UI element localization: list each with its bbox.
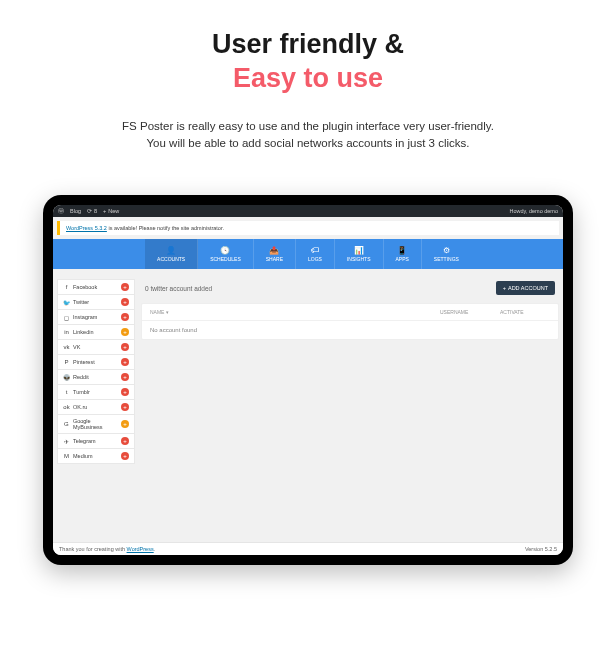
schedules-icon: 🕓: [220, 247, 230, 255]
share-icon: 📤: [269, 247, 279, 255]
wp-admin-bar[interactable]: ⓦ Blog ⟳ 8 + New Howdy, demo demo: [53, 205, 563, 217]
google-icon: G: [63, 421, 70, 428]
tablet-frame: ⓦ Blog ⟳ 8 + New Howdy, demo demo WordPr…: [43, 195, 573, 565]
nav-insights[interactable]: 📊 INSIGHTS: [335, 239, 384, 269]
sidebar-label: Tumblr: [73, 389, 90, 395]
sidebar-label: Linkedin: [73, 329, 94, 335]
add-icon[interactable]: +: [121, 373, 129, 381]
add-icon[interactable]: +: [121, 452, 129, 460]
nav-share[interactable]: 📤 SHARE: [254, 239, 296, 269]
th-username[interactable]: USERNAME: [440, 309, 500, 315]
add-icon[interactable]: +: [121, 403, 129, 411]
nav-label: LOGS: [308, 256, 322, 262]
sidebar-label: Twitter: [73, 299, 89, 305]
vk-icon: vk: [63, 344, 70, 351]
footer-version: Version 5.2.5: [525, 546, 557, 552]
sidebar-item-telegram[interactable]: ✈Telegram +: [57, 433, 135, 449]
sidebar-item-twitter[interactable]: 🐦Twitter +: [57, 294, 135, 310]
tumblr-icon: t: [63, 389, 70, 396]
networks-sidebar: fFacebook + 🐦Twitter + ◻Instagram + inLi…: [57, 279, 135, 463]
hero-title-line1: User friendly &: [212, 29, 404, 59]
nav-label: SHARE: [266, 256, 283, 262]
wp-logo-icon[interactable]: ⓦ: [58, 208, 64, 215]
sidebar-item-pinterest[interactable]: PPinterest +: [57, 354, 135, 370]
medium-icon: M: [63, 453, 70, 460]
sidebar-label: Instagram: [73, 314, 97, 320]
blog-link[interactable]: Blog: [70, 208, 81, 214]
add-icon[interactable]: +: [121, 298, 129, 306]
hero-section: User friendly & Easy to use FS Poster is…: [0, 0, 616, 171]
accounts-icon: 👤: [166, 247, 176, 255]
app-screen: ⓦ Blog ⟳ 8 + New Howdy, demo demo WordPr…: [53, 205, 563, 555]
main-panel: 0 twitter account added + ADD ACCOUNT NA…: [141, 279, 559, 463]
sidebar-item-reddit[interactable]: 👽Reddit +: [57, 369, 135, 385]
table-empty-row: No account found: [142, 321, 558, 339]
nav-accounts[interactable]: 👤 ACCOUNTS: [145, 239, 198, 269]
nav-schedules[interactable]: 🕓 SCHEDULES: [198, 239, 254, 269]
sidebar-label: Telegram: [73, 438, 96, 444]
sidebar-item-linkedin[interactable]: inLinkedin +: [57, 324, 135, 340]
sidebar-label: Google MyBusiness: [73, 418, 121, 430]
footer-left: Thank you for creating with WordPress.: [59, 546, 155, 552]
hero-description: FS Poster is really easy to use and the …: [40, 118, 576, 154]
th-name[interactable]: NAME ▾: [150, 309, 440, 315]
wp-version-link[interactable]: WordPress 5.3.2: [66, 225, 107, 231]
add-icon[interactable]: +: [121, 358, 129, 366]
logs-icon: 🏷: [311, 247, 319, 255]
wp-footer: Thank you for creating with WordPress. V…: [53, 542, 563, 555]
sidebar-item-medium[interactable]: MMedium +: [57, 448, 135, 464]
nav-settings[interactable]: ⚙ SETTINGS: [422, 239, 471, 269]
nav-label: APPS: [396, 256, 409, 262]
apps-icon: 📱: [397, 247, 407, 255]
th-activate[interactable]: ACTIVATE: [500, 309, 550, 315]
settings-icon: ⚙: [443, 247, 450, 255]
howdy-text[interactable]: Howdy, demo demo: [509, 208, 558, 214]
sidebar-item-tumblr[interactable]: tTumblr +: [57, 384, 135, 400]
add-account-button[interactable]: + ADD ACCOUNT: [496, 281, 555, 295]
sidebar-item-okru[interactable]: okOK.ru +: [57, 399, 135, 415]
panel-header: 0 twitter account added + ADD ACCOUNT: [141, 279, 559, 303]
plus-icon: +: [503, 285, 506, 291]
nav-label: SCHEDULES: [210, 256, 241, 262]
twitter-icon: 🐦: [63, 299, 70, 306]
nav-label: ACCOUNTS: [157, 256, 185, 262]
wp-bar-left: ⓦ Blog ⟳ 8 + New: [58, 208, 119, 215]
add-icon[interactable]: +: [121, 388, 129, 396]
insights-icon: 📊: [354, 247, 364, 255]
sidebar-item-instagram[interactable]: ◻Instagram +: [57, 309, 135, 325]
hero-title: User friendly & Easy to use: [40, 28, 576, 96]
account-count-text: 0 twitter account added: [145, 285, 212, 292]
nav-label: INSIGHTS: [347, 256, 371, 262]
add-icon[interactable]: +: [121, 420, 129, 428]
sidebar-item-gmb[interactable]: GGoogle MyBusiness +: [57, 414, 135, 434]
facebook-icon: f: [63, 284, 70, 291]
sidebar-label: Facebook: [73, 284, 97, 290]
wp-link[interactable]: WordPress: [127, 546, 154, 552]
sidebar-item-facebook[interactable]: fFacebook +: [57, 279, 135, 295]
sidebar-label: Reddit: [73, 374, 89, 380]
add-icon[interactable]: +: [121, 328, 129, 336]
telegram-icon: ✈: [63, 438, 70, 445]
sidebar-label: Medium: [73, 453, 93, 459]
add-icon[interactable]: +: [121, 437, 129, 445]
updates-link[interactable]: ⟳ 8: [87, 208, 97, 214]
reddit-icon: 👽: [63, 374, 70, 381]
nav-label: SETTINGS: [434, 256, 459, 262]
add-account-label: ADD ACCOUNT: [508, 285, 548, 291]
linkedin-icon: in: [63, 329, 70, 336]
sidebar-item-vk[interactable]: vkVK +: [57, 339, 135, 355]
add-icon[interactable]: +: [121, 313, 129, 321]
hero-title-line2: Easy to use: [233, 63, 383, 93]
pinterest-icon: P: [63, 359, 70, 366]
nav-logs[interactable]: 🏷 LOGS: [296, 239, 335, 269]
add-icon[interactable]: +: [121, 283, 129, 291]
nav-apps[interactable]: 📱 APPS: [384, 239, 422, 269]
sidebar-label: OK.ru: [73, 404, 87, 410]
notice-text: is available! Please notify the site adm…: [107, 225, 224, 231]
add-icon[interactable]: +: [121, 343, 129, 351]
accounts-table: NAME ▾ USERNAME ACTIVATE No account foun…: [141, 303, 559, 340]
sidebar-label: Pinterest: [73, 359, 95, 365]
sidebar-label: VK: [73, 344, 80, 350]
new-link[interactable]: + New: [103, 208, 119, 214]
okru-icon: ok: [63, 404, 70, 411]
